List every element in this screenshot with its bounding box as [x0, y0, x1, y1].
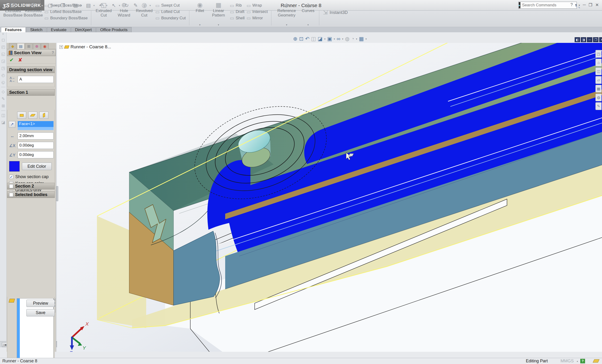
section1-header[interactable]: Section 1 — [7, 89, 55, 96]
panel-splitter-handle[interactable] — [56, 186, 58, 201]
lofted-boss-button[interactable]: ▭Lofted Boss/Base — [44, 9, 88, 15]
selected-bodies-header[interactable]: Selected bodies — [7, 191, 55, 198]
doc-restore-button[interactable]: ❐ — [593, 37, 599, 42]
chevron-down-icon[interactable]: ▴ — [577, 360, 578, 362]
scene-icon[interactable]: ▦ — [359, 36, 364, 42]
chevron-down-icon[interactable]: ▾ — [308, 23, 309, 26]
status-help-icon[interactable]: ? — [580, 359, 585, 363]
tab-dimxpert[interactable]: DimXpert — [71, 27, 96, 32]
copy-icon[interactable]: ◫ — [1, 113, 5, 118]
tag-icon[interactable] — [593, 359, 600, 363]
section-view-icon[interactable]: ◫ — [311, 36, 316, 42]
tab-evaluate[interactable]: Evaluate — [47, 27, 71, 32]
boundary-cut-button[interactable]: ▭Boundary Cut — [155, 15, 186, 21]
home-icon[interactable]: ⌂ — [595, 59, 602, 66]
edit-color-button[interactable]: Edit Color — [22, 163, 52, 170]
tab-sketch[interactable]: Sketch — [26, 27, 46, 32]
section2-checkbox[interactable] — [9, 184, 13, 188]
chevron-down-icon[interactable]: ▾ — [334, 37, 335, 41]
reference-geometry-button[interactable]: ◈Reference Geometry▾ — [274, 1, 300, 24]
cancel-button[interactable]: ✘ — [18, 57, 22, 63]
chevron-down-icon[interactable]: ▾ — [199, 23, 201, 26]
section-color-swatch[interactable] — [9, 161, 20, 172]
extruded-boss-button[interactable]: ◰Extruded Boss/Base — [3, 1, 23, 24]
draft-button[interactable]: ▭Draft — [230, 9, 245, 15]
sketch-icon[interactable]: ◇ — [2, 89, 5, 94]
appearance-icon[interactable]: ◔ — [351, 36, 354, 42]
view-back-icon[interactable]: ◱ — [1, 52, 5, 57]
top-plane-button[interactable] — [28, 112, 37, 119]
shell-button[interactable]: ▭Shell — [230, 15, 245, 21]
feature-manager-tab[interactable]: ◆ — [9, 43, 17, 49]
file-explorer-icon[interactable]: ▱ — [595, 76, 602, 84]
status-units[interactable]: MMGS — [560, 359, 574, 364]
x-rotation-input[interactable] — [18, 142, 54, 149]
view-iso-icon[interactable]: ◵ — [1, 80, 5, 85]
revolved-cut-button[interactable]: ◶Revolved Cut — [134, 1, 154, 24]
section2-header[interactable]: Section 2 — [7, 183, 55, 189]
chevron-down-icon[interactable]: ▾ — [342, 37, 343, 41]
pane-left-icon[interactable]: ◧ — [575, 37, 580, 42]
view-top-icon[interactable]: ◴ — [1, 73, 5, 78]
custom-properties-icon[interactable]: ✎ — [595, 102, 602, 110]
rib-button[interactable]: ▭Rib — [230, 2, 245, 9]
shadow-icon[interactable]: ◍ — [345, 36, 349, 42]
show-section-cap-row[interactable]: ✔Show section cap — [9, 174, 49, 179]
section-reference-field[interactable]: Face<1> — [18, 121, 54, 127]
lofted-cut-button[interactable]: ▭Lofted Cut — [155, 9, 186, 15]
close-button[interactable]: ✕ — [594, 2, 600, 8]
view-palette-icon[interactable]: ▦ — [595, 85, 602, 93]
appearances-icon[interactable]: ◍ — [595, 94, 602, 101]
selected-bodies-checkbox[interactable] — [9, 193, 13, 197]
doc-minimize-button[interactable]: ─ — [587, 37, 592, 42]
feature-tree-root[interactable]: Runner - Coarse 8... — [71, 44, 111, 50]
edit-sketch-icon[interactable]: ✎ — [1, 96, 5, 101]
mirror-button[interactable]: ▭Mirror — [247, 15, 268, 21]
reference-select-button[interactable]: ↗ — [9, 121, 15, 128]
drawing-section-view-header[interactable]: Drawing section view — [7, 66, 55, 73]
wrap-button[interactable]: ▭Wrap — [247, 2, 268, 9]
section-reference-field-extension[interactable] — [18, 127, 54, 130]
curves-button[interactable]: ◇Curves▾ — [300, 1, 317, 24]
move-icon[interactable]: ⊞ — [1, 104, 5, 108]
toolbar-grip-icon[interactable]: ⠿ — [2, 33, 4, 35]
save-button[interactable]: Save — [26, 309, 55, 316]
view-orientation-icon[interactable]: ▣ — [327, 36, 332, 42]
view-right-icon[interactable]: ◳ — [1, 66, 5, 71]
display-style-icon[interactable]: ∞ — [337, 36, 341, 42]
swept-boss-button[interactable]: ▭Swept Boss/Base — [44, 2, 88, 9]
chevron-down-icon[interactable]: ▾ — [366, 37, 367, 41]
restore-button[interactable]: ❐ — [588, 2, 593, 8]
design-library-icon[interactable]: ◫ — [595, 67, 602, 75]
tab-features[interactable]: Features — [1, 27, 26, 32]
intersect-button[interactable]: ▭Intersect — [247, 9, 268, 15]
dimxpert-manager-tab[interactable]: ⊕ — [33, 43, 41, 49]
previous-view-icon[interactable]: ↶ — [305, 36, 309, 42]
revolved-boss-button[interactable]: ◴Revolved Boss/Base — [23, 1, 43, 24]
y-rotation-input[interactable] — [18, 151, 54, 158]
offset-distance-input[interactable] — [18, 132, 54, 139]
tree-expand-icon[interactable]: + — [59, 45, 63, 49]
doc-close-button[interactable]: ✕ — [599, 37, 602, 42]
chevron-down-icon[interactable]: ▾ — [324, 37, 326, 41]
right-plane-button[interactable] — [39, 112, 48, 119]
bodies-list-box[interactable] — [17, 298, 54, 364]
instant3d-button[interactable]: ⇲Instant3D — [322, 1, 349, 24]
swept-cut-button[interactable]: ▭Swept Cut — [155, 2, 186, 9]
display-manager-tab[interactable]: ◉ — [41, 43, 49, 49]
search-input[interactable] — [521, 3, 576, 8]
ok-button[interactable]: ✔ — [10, 57, 14, 63]
pane-right-icon[interactable]: ◨ — [581, 37, 586, 42]
view-icon[interactable]: ◻ — [1, 37, 5, 42]
front-plane-button[interactable] — [17, 112, 26, 119]
boundary-boss-button[interactable]: ▭Boundary Boss/Base — [44, 15, 88, 21]
zoom-area-icon[interactable]: ⊡ — [299, 36, 303, 42]
resources-icon[interactable]: ◳ — [595, 50, 602, 58]
view-left-icon[interactable]: ◲ — [1, 59, 5, 64]
chevron-down-icon[interactable]: ▾ — [356, 37, 357, 41]
preview-button[interactable]: Preview — [26, 300, 55, 307]
zoom-fit-icon[interactable]: ⊕ — [293, 36, 297, 42]
linear-pattern-button[interactable]: ▦Linear Pattern▾ — [208, 1, 229, 24]
paste-icon[interactable]: ◪ — [1, 120, 5, 125]
view-front-icon[interactable]: ◰ — [1, 44, 5, 50]
